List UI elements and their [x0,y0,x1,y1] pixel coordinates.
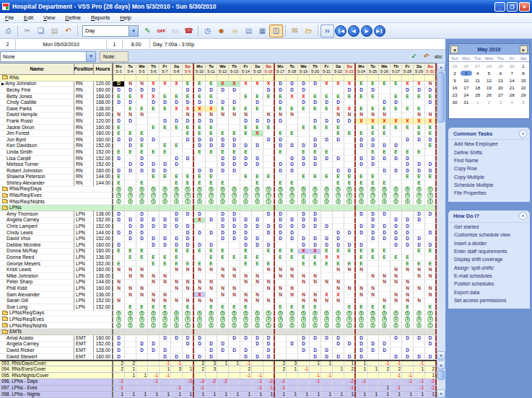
schedule-cell[interactable]: E [229,255,240,260]
schedule-cell[interactable]: D [414,168,425,174]
col-header-day-5-20[interactable]: Th5-20 [310,63,321,74]
schedule-cell[interactable]: N [125,81,136,87]
schedule-cell[interactable] [391,162,402,167]
schedule-cell[interactable]: D [402,137,414,143]
schedule-cell[interactable]: E [171,143,183,149]
schedule-cell[interactable]: 5 [206,311,217,317]
schedule-cell[interactable]: 3 [287,361,298,366]
schedule-cell[interactable]: E [310,255,321,260]
schedule-cell[interactable]: 1 [425,392,437,397]
schedule-cell[interactable]: N [217,267,229,273]
schedule-cell[interactable]: E [310,149,321,155]
schedule-cell[interactable]: N [240,273,252,279]
chevron-down-icon[interactable]: ▼ [86,52,95,61]
schedule-cell[interactable]: -2 [206,379,217,385]
schedule-cell[interactable] [160,379,171,385]
schedule-cell[interactable]: E [206,249,217,255]
schedule-cell[interactable]: 1 [367,366,379,372]
schedule-cell[interactable]: E [391,106,402,112]
schedule-cell[interactable]: E [367,249,379,255]
schedule-cell[interactable]: 1 [391,199,402,205]
schedule-cell[interactable]: -1 [148,379,160,385]
schedule-cell[interactable]: D [310,137,321,143]
schedule-cell[interactable]: E [298,125,310,131]
schedule-cell[interactable] [160,180,171,186]
calendar-day[interactable]: 21 [506,85,518,90]
schedule-cell[interactable]: 1 [298,392,310,397]
spell-check-button[interactable]: abc [433,51,444,61]
schedule-cell[interactable] [310,366,321,372]
schedule-cell[interactable]: D [240,218,252,224]
schedule-cell[interactable] [229,242,240,248]
schedule-cell[interactable]: 1 [402,323,414,329]
schedule-cell[interactable]: D [252,118,263,124]
schedule-cell[interactable]: 1 [402,199,414,205]
schedule-cell[interactable]: N [217,112,229,118]
calendar-day[interactable]: 2 [449,71,461,76]
schedule-cell[interactable]: N [125,273,136,279]
close-button[interactable]: ✕ [519,2,530,12]
schedule-cell[interactable] [240,379,252,385]
schedule-cell[interactable] [391,211,402,217]
schedule-cell[interactable] [379,242,391,248]
summary-row[interactable]: 093. RNs/Days/Cover22-1-12311-1231111-1-… [0,360,437,366]
schedule-cell[interactable] [206,236,217,242]
schedule-cell[interactable]: 3 [183,317,194,322]
schedule-cell[interactable] [160,230,171,236]
schedule-cell[interactable]: 4 [356,193,367,198]
schedule-cell[interactable] [252,137,263,143]
scroll-down-icon[interactable]: ▼ [437,351,445,360]
schedule-cell[interactable]: E [113,174,125,180]
schedule-cell[interactable]: 3 [298,317,310,322]
schedule-cell[interactable] [125,156,136,162]
schedule-cell[interactable] [333,304,344,310]
schedule-cell[interactable] [183,149,194,155]
schedule-cell[interactable] [310,386,321,392]
schedule-cell[interactable] [183,168,194,174]
schedule-cell[interactable]: D [194,335,206,341]
schedule-cell[interactable] [310,87,321,93]
schedule-cell[interactable]: -1 [113,379,125,385]
schedule-cell[interactable]: E [113,94,125,100]
cut-icon[interactable]: ✂ [20,25,34,37]
schedule-cell[interactable]: N [298,273,310,279]
schedule-cell[interactable]: D [183,354,194,360]
schedule-cell[interactable] [379,335,391,341]
employee-row[interactable]: George MeyersLPN152.00EEEEEEEEEEEEEEEEEE… [0,261,437,267]
menu-define[interactable]: Define [60,13,86,22]
schedule-cell[interactable] [160,267,171,273]
schedule-cell[interactable]: 1 [379,199,391,205]
schedule-cell[interactable]: E [333,94,344,100]
schedule-cell[interactable] [287,298,298,304]
calendar-day[interactable]: 5 [518,100,529,105]
schedule-cell[interactable] [356,280,367,286]
schedule-cell[interactable] [367,242,379,248]
copy-icon[interactable]: ❏ [34,25,48,37]
schedule-cell[interactable] [240,342,252,348]
schedule-cell[interactable]: 3 [367,317,379,322]
schedule-cell[interactable]: 4 [391,193,402,198]
schedule-cell[interactable]: 1 [160,366,171,372]
schedule-cell[interactable]: 1 [217,392,229,397]
schedule-cell[interactable] [321,112,333,118]
schedule-cell[interactable]: E [125,255,136,260]
schedule-cell[interactable] [344,298,356,304]
schedule-cell[interactable] [160,211,171,217]
schedule-cell[interactable]: E [333,131,344,136]
schedule-cell[interactable]: E [321,249,333,255]
bell-icon[interactable]: ⍾ [228,25,242,37]
schedule-cell[interactable]: D [379,100,391,105]
schedule-cell[interactable]: 4 [217,193,229,198]
schedule-cell[interactable] [391,261,402,267]
schedule-cell[interactable] [171,348,183,353]
schedule-cell[interactable]: 3 [310,317,321,322]
schedule-cell[interactable]: X [229,81,240,87]
schedule-cell[interactable]: D [287,162,298,167]
schedule-cell[interactable] [356,168,367,174]
schedule-cell[interactable]: E [125,106,136,112]
schedule-cell[interactable]: N [136,81,148,87]
schedule-cell[interactable] [240,286,252,291]
schedule-cell[interactable]: D [252,335,263,341]
calendar-day[interactable]: 4 [472,71,484,76]
schedule-cell[interactable] [263,131,275,136]
